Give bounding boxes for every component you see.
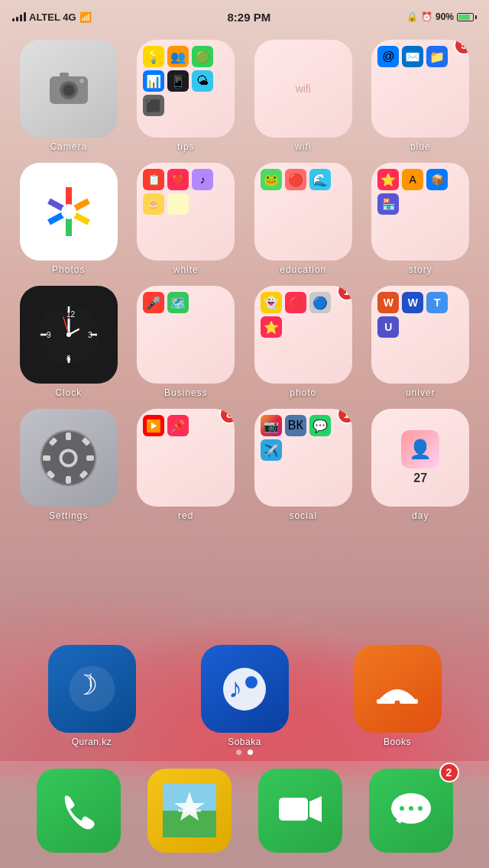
day-icon: 👤 27 [371, 409, 469, 507]
tip-app-2: 👥 [167, 46, 189, 67]
sobaka-svg: ♪ [218, 662, 271, 716]
app-sobaka[interactable]: ♪ Sobaka [201, 645, 289, 747]
social-app-4: ✈️ [261, 439, 282, 461]
messages-icon [369, 769, 453, 853]
status-bar: ALTEL 4G ︎📶 8:29 PM 🔒 ⏰ 90% [0, 0, 489, 34]
white-app-5 [167, 193, 189, 215]
svg-rect-42 [163, 811, 216, 837]
signal-bar-3 [20, 15, 22, 21]
app-books[interactable]: Books [354, 645, 442, 747]
camera-label: Camera [50, 141, 87, 152]
app-grid: Camera 💡 👥 🟢 📊 📱 🌤 ⬛ tips wifi [14, 40, 475, 521]
sobaka-label: Sobaka [228, 737, 261, 747]
battery-fill [458, 15, 470, 20]
sobaka-icon: ♪ [201, 645, 289, 733]
wifi-label: wifi [295, 141, 311, 152]
app-red[interactable]: 8 ▶️ 📌 red [131, 409, 241, 521]
app-clock[interactable]: 12 6 3 9 Clock [14, 286, 124, 398]
dock-facetime[interactable] [258, 769, 342, 853]
signal-bar-4 [24, 12, 26, 21]
svg-rect-27 [43, 455, 50, 461]
tips-icon: 💡 👥 🟢 📊 📱 🌤 ⬛ [137, 40, 235, 138]
tips-folder-contents: 💡 👥 🟢 📊 📱 🌤 ⬛ [137, 40, 235, 138]
white-app-4: 🎂 [143, 193, 164, 215]
svg-rect-25 [66, 432, 71, 440]
phone-svg [57, 790, 99, 832]
business-icon: 🎤 🗺️ [137, 286, 235, 384]
white-folder-contents: 📋 ❤️ ♪ 🎂 [137, 163, 235, 261]
app-camera[interactable]: Camera [14, 40, 124, 152]
edu-folder-contents: 🐸 🔴 🌊 [254, 163, 352, 261]
app-social[interactable]: 1 📷 ВК 💬 ✈️ social [248, 409, 358, 521]
white-app-2: ❤️ [167, 169, 189, 190]
univer-app-4: U [377, 316, 399, 338]
app-day[interactable]: 👤 27 day [366, 409, 476, 521]
settings-icon [20, 409, 118, 507]
svg-text:9: 9 [47, 331, 51, 339]
photos-label: Photos [52, 264, 85, 275]
wifi-empty-label: wifi [296, 83, 311, 95]
quran-svg: ☽ أ [67, 664, 117, 714]
tip-app-5: 📱 [167, 70, 189, 92]
books-icon [354, 645, 442, 733]
settings-svg [40, 429, 97, 487]
photo-folder-contents: 👻 ⭕ 🔵 ⭐ [254, 286, 352, 384]
education-label: education [280, 264, 326, 275]
dock-maps[interactable] [147, 769, 232, 853]
bottom-apps-row: ☽ أ Quran.kz ♪ Sobaka Books [0, 645, 489, 747]
red-icon: 8 ▶️ 📌 [137, 409, 235, 507]
blue-app-1: @ [377, 46, 399, 67]
app-story[interactable]: ⭐ A 📦 🏪 story [366, 163, 476, 275]
social-app-1: 📷 [261, 415, 282, 436]
svg-point-39 [245, 676, 257, 688]
univer-app-2: W [402, 292, 423, 313]
dock-phone[interactable] [37, 769, 121, 853]
photos-svg [41, 184, 96, 239]
biz-app-2: 🗺️ [167, 292, 189, 313]
app-education[interactable]: 🐸 🔴 🌊 education [248, 163, 358, 275]
red-folder-contents: ▶️ 📌 [137, 409, 235, 507]
edu-app-1: 🐸 [261, 169, 282, 190]
quran-label: Quran.kz [72, 737, 112, 747]
app-photo[interactable]: 1 👻 ⭕ 🔵 ⭐ photo [248, 286, 358, 398]
svg-rect-4 [60, 73, 69, 77]
svg-text:12: 12 [66, 310, 76, 319]
svg-text:♪: ♪ [228, 672, 242, 704]
app-tips[interactable]: 💡 👥 🟢 📊 📱 🌤 ⬛ tips [131, 40, 241, 152]
facetime-svg [277, 790, 323, 832]
univer-icon: W W T U [371, 286, 469, 384]
tip-app-4: 📊 [143, 70, 164, 92]
svg-point-21 [66, 332, 71, 337]
app-photos[interactable]: Photos [14, 163, 124, 275]
white-icon: 📋 ❤️ ♪ 🎂 [137, 163, 235, 261]
svg-point-3 [63, 85, 74, 96]
story-label: story [409, 264, 432, 275]
svg-marker-46 [309, 796, 322, 822]
app-business[interactable]: 🎤 🗺️ Business [131, 286, 241, 398]
social-app-3: 💬 [309, 415, 331, 436]
dock-messages[interactable]: 2 [369, 769, 453, 853]
app-blue[interactable]: 5 @ ✉️ 📁 blue [366, 40, 476, 152]
social-icon: 1 📷 ВК 💬 ✈️ [254, 409, 352, 507]
app-white[interactable]: 📋 ❤️ ♪ 🎂 white [131, 163, 241, 275]
day-photo: 👤 [401, 430, 439, 468]
battery-indicator [457, 13, 477, 21]
home-screen: Camera 💡 👥 🟢 📊 📱 🌤 ⬛ tips wifi [0, 34, 489, 521]
clock-icon: 12 6 3 9 [20, 286, 118, 384]
page-dots [0, 750, 489, 755]
app-wifi[interactable]: wifi wifi [248, 40, 358, 152]
app-quran[interactable]: ☽ أ Quran.kz [48, 645, 136, 747]
facetime-icon [258, 769, 342, 853]
story-app-4: 🏪 [377, 193, 399, 215]
app-univer[interactable]: W W T U univer [366, 286, 476, 398]
status-left: ALTEL 4G ︎📶 [12, 11, 92, 23]
app-settings[interactable]: Settings [14, 409, 124, 521]
svg-rect-26 [66, 476, 71, 484]
white-app-1: 📋 [143, 169, 164, 190]
phone-icon [37, 769, 121, 853]
photo-app-2: ⭕ [285, 292, 306, 313]
dock: 2 [0, 761, 489, 868]
svg-point-5 [79, 79, 84, 83]
svg-text:6: 6 [66, 355, 71, 363]
time-display: 8:29 PM [227, 11, 270, 24]
